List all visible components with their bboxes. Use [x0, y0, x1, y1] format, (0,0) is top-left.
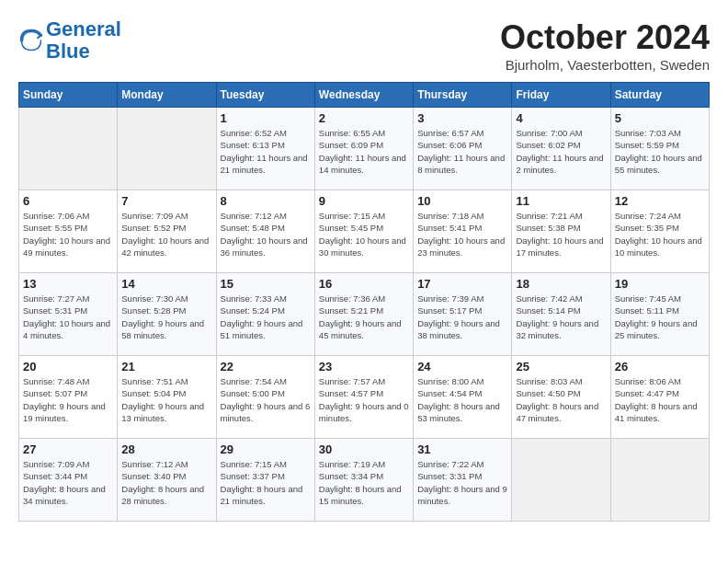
calendar-header: SundayMondayTuesdayWednesdayThursdayFrid… [19, 83, 710, 108]
logo: General Blue [18, 18, 121, 63]
calendar-cell: 27Sunrise: 7:09 AMSunset: 3:44 PMDayligh… [19, 439, 118, 522]
day-info: Sunrise: 8:03 AMSunset: 4:50 PMDaylight:… [516, 375, 606, 424]
calendar-cell: 29Sunrise: 7:15 AMSunset: 3:37 PMDayligh… [216, 439, 314, 522]
logo-line2: Blue [46, 40, 121, 63]
calendar-cell: 17Sunrise: 7:39 AMSunset: 5:17 PMDayligh… [414, 273, 512, 356]
day-number: 23 [319, 360, 409, 373]
header-day-saturday: Saturday [610, 83, 709, 108]
day-number: 21 [121, 360, 211, 373]
day-number: 22 [221, 360, 311, 373]
calendar-cell [118, 108, 216, 190]
month-title: October 2024 [500, 18, 710, 57]
day-info: Sunrise: 7:18 AMSunset: 5:41 PMDaylight:… [417, 210, 507, 259]
day-number: 20 [23, 360, 113, 373]
calendar-cell: 25Sunrise: 8:03 AMSunset: 4:50 PMDayligh… [512, 356, 610, 439]
day-info: Sunrise: 7:39 AMSunset: 5:17 PMDaylight:… [417, 293, 507, 341]
logo-text: General Blue [46, 18, 121, 63]
day-number: 6 [23, 194, 113, 208]
calendar-cell: 3Sunrise: 6:57 AMSunset: 6:06 PMDaylight… [414, 108, 512, 190]
day-info: Sunrise: 7:21 AMSunset: 5:38 PMDaylight:… [516, 210, 606, 259]
calendar-table: SundayMondayTuesdayWednesdayThursdayFrid… [18, 82, 710, 522]
day-number: 19 [615, 277, 705, 291]
day-info: Sunrise: 7:33 AMSunset: 5:24 PMDaylight:… [221, 293, 311, 341]
header-day-tuesday: Tuesday [216, 83, 314, 108]
day-number: 31 [417, 442, 507, 456]
day-info: Sunrise: 7:42 AMSunset: 5:14 PMDaylight:… [516, 293, 606, 341]
day-info: Sunrise: 7:57 AMSunset: 4:57 PMDaylight:… [319, 375, 409, 424]
day-number: 17 [417, 277, 507, 291]
header-day-monday: Monday [118, 83, 216, 108]
day-info: Sunrise: 7:00 AMSunset: 6:02 PMDaylight:… [516, 127, 606, 176]
calendar-cell: 14Sunrise: 7:30 AMSunset: 5:28 PMDayligh… [118, 273, 216, 356]
calendar-cell: 30Sunrise: 7:19 AMSunset: 3:34 PMDayligh… [314, 439, 413, 522]
day-info: Sunrise: 7:30 AMSunset: 5:28 PMDaylight:… [121, 293, 211, 341]
calendar-cell: 22Sunrise: 7:54 AMSunset: 5:00 PMDayligh… [216, 356, 314, 439]
calendar-cell: 9Sunrise: 7:15 AMSunset: 5:45 PMDaylight… [314, 190, 413, 273]
calendar-cell: 23Sunrise: 7:57 AMSunset: 4:57 PMDayligh… [314, 356, 413, 439]
day-info: Sunrise: 7:22 AMSunset: 3:31 PMDaylight:… [417, 458, 507, 507]
day-number: 9 [319, 194, 409, 208]
day-info: Sunrise: 6:52 AMSunset: 6:13 PMDaylight:… [221, 127, 311, 176]
day-info: Sunrise: 8:06 AMSunset: 4:47 PMDaylight:… [615, 375, 705, 424]
location-title: Bjurholm, Vaesterbotten, Sweden [500, 57, 710, 73]
calendar-cell: 2Sunrise: 6:55 AMSunset: 6:09 PMDaylight… [314, 108, 413, 190]
title-block: October 2024 Bjurholm, Vaesterbotten, Sw… [500, 18, 710, 73]
calendar-cell: 5Sunrise: 7:03 AMSunset: 5:59 PMDaylight… [610, 108, 709, 190]
header-day-friday: Friday [512, 83, 610, 108]
day-info: Sunrise: 7:27 AMSunset: 5:31 PMDaylight:… [23, 293, 113, 341]
calendar-cell: 18Sunrise: 7:42 AMSunset: 5:14 PMDayligh… [512, 273, 610, 356]
day-number: 12 [615, 194, 705, 208]
day-number: 5 [615, 111, 705, 125]
calendar-cell: 4Sunrise: 7:00 AMSunset: 6:02 PMDaylight… [512, 108, 610, 190]
day-info: Sunrise: 8:00 AMSunset: 4:54 PMDaylight:… [417, 375, 507, 424]
page: General Blue October 2024 Bjurholm, Vaes… [0, 0, 728, 531]
day-number: 27 [23, 442, 113, 456]
calendar-cell: 8Sunrise: 7:12 AMSunset: 5:48 PMDaylight… [216, 190, 314, 273]
day-number: 2 [319, 111, 409, 125]
day-info: Sunrise: 7:36 AMSunset: 5:21 PMDaylight:… [319, 293, 409, 341]
day-info: Sunrise: 7:15 AMSunset: 5:45 PMDaylight:… [319, 210, 409, 259]
day-number: 7 [121, 194, 211, 208]
calendar-cell: 15Sunrise: 7:33 AMSunset: 5:24 PMDayligh… [216, 273, 314, 356]
calendar-week-1: 1Sunrise: 6:52 AMSunset: 6:13 PMDaylight… [19, 108, 710, 190]
calendar-cell: 20Sunrise: 7:48 AMSunset: 5:07 PMDayligh… [19, 356, 118, 439]
calendar-body: 1Sunrise: 6:52 AMSunset: 6:13 PMDaylight… [19, 108, 710, 522]
header-day-wednesday: Wednesday [314, 83, 413, 108]
day-info: Sunrise: 7:09 AMSunset: 3:44 PMDaylight:… [23, 458, 113, 507]
day-number: 8 [221, 194, 311, 208]
day-number: 30 [319, 442, 409, 456]
day-info: Sunrise: 6:55 AMSunset: 6:09 PMDaylight:… [319, 127, 409, 176]
day-info: Sunrise: 7:03 AMSunset: 5:59 PMDaylight:… [615, 127, 705, 176]
day-info: Sunrise: 6:57 AMSunset: 6:06 PMDaylight:… [417, 127, 507, 176]
calendar-cell: 16Sunrise: 7:36 AMSunset: 5:21 PMDayligh… [314, 273, 413, 356]
calendar-week-2: 6Sunrise: 7:06 AMSunset: 5:55 PMDaylight… [19, 190, 710, 273]
day-info: Sunrise: 7:45 AMSunset: 5:11 PMDaylight:… [615, 293, 705, 341]
calendar-cell: 12Sunrise: 7:24 AMSunset: 5:35 PMDayligh… [610, 190, 709, 273]
day-number: 4 [516, 111, 606, 125]
header-day-thursday: Thursday [414, 83, 512, 108]
calendar-cell [610, 439, 709, 522]
calendar-cell [19, 108, 118, 190]
day-info: Sunrise: 7:19 AMSunset: 3:34 PMDaylight:… [319, 458, 409, 507]
day-info: Sunrise: 7:12 AMSunset: 3:40 PMDaylight:… [121, 458, 211, 507]
day-number: 10 [417, 194, 507, 208]
day-info: Sunrise: 7:54 AMSunset: 5:00 PMDaylight:… [221, 375, 311, 424]
calendar-cell: 11Sunrise: 7:21 AMSunset: 5:38 PMDayligh… [512, 190, 610, 273]
day-number: 26 [615, 360, 705, 373]
day-number: 29 [221, 442, 311, 456]
day-number: 25 [516, 360, 606, 373]
day-info: Sunrise: 7:12 AMSunset: 5:48 PMDaylight:… [221, 210, 311, 259]
day-info: Sunrise: 7:24 AMSunset: 5:35 PMDaylight:… [615, 210, 705, 259]
header: General Blue October 2024 Bjurholm, Vaes… [18, 18, 710, 73]
day-number: 18 [516, 277, 606, 291]
day-info: Sunrise: 7:48 AMSunset: 5:07 PMDaylight:… [23, 375, 113, 424]
day-info: Sunrise: 7:06 AMSunset: 5:55 PMDaylight:… [23, 210, 113, 259]
day-number: 15 [221, 277, 311, 291]
day-number: 13 [23, 277, 113, 291]
calendar-cell: 26Sunrise: 8:06 AMSunset: 4:47 PMDayligh… [610, 356, 709, 439]
calendar-cell: 1Sunrise: 6:52 AMSunset: 6:13 PMDaylight… [216, 108, 314, 190]
day-number: 16 [319, 277, 409, 291]
calendar-cell: 7Sunrise: 7:09 AMSunset: 5:52 PMDaylight… [118, 190, 216, 273]
calendar-week-4: 20Sunrise: 7:48 AMSunset: 5:07 PMDayligh… [19, 356, 710, 439]
day-number: 28 [121, 442, 211, 456]
